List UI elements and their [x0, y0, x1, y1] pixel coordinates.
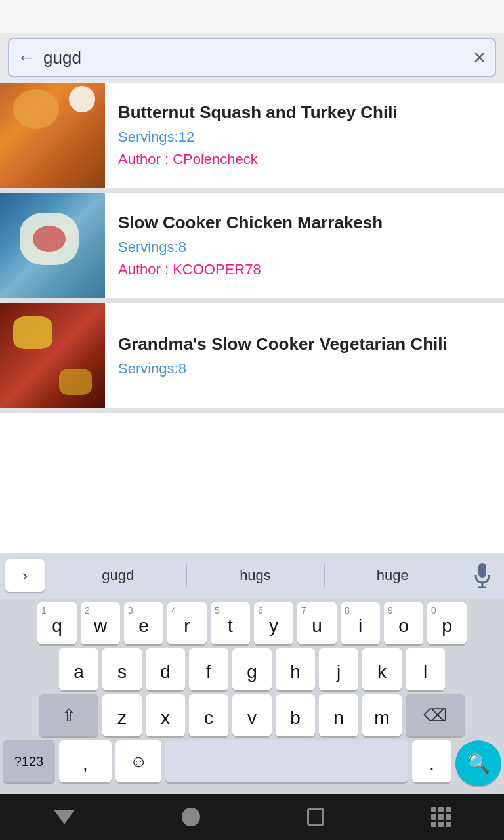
emoji-key[interactable]: ☺	[116, 740, 161, 782]
recipe-info-3: Grandma's Slow Cooker Vegetarian Chili S…	[105, 303, 504, 408]
period-key[interactable]: .	[412, 740, 452, 782]
recipe-servings-3: Servings:8	[118, 360, 491, 377]
recipe-image-2	[0, 193, 105, 298]
navigation-bar	[0, 794, 504, 840]
key-j[interactable]: j	[319, 648, 358, 690]
shift-key[interactable]: ⇧	[39, 694, 98, 736]
key-t[interactable]: 5t	[211, 602, 250, 644]
recipe-image-1	[0, 83, 105, 188]
keyboard-row-2: a s d f g h j k l	[3, 648, 501, 690]
backspace-key[interactable]: ⌫	[406, 694, 465, 736]
autocomplete-expand-button[interactable]: ›	[5, 559, 45, 592]
recent-icon	[307, 808, 324, 826]
recipe-title-1: Butternut Squash and Turkey Chili	[118, 102, 491, 123]
chevron-right-icon: ›	[22, 566, 28, 585]
microphone-button[interactable]	[466, 559, 499, 592]
key-s[interactable]: s	[102, 648, 142, 690]
recipe-author-1: Author : CPolencheck	[118, 151, 491, 168]
search-bar: ← ✕	[8, 38, 496, 77]
backspace-icon: ⌫	[423, 705, 448, 726]
recipe-item[interactable]: Butternut Squash and Turkey Chili Servin…	[0, 83, 504, 193]
recipe-servings-2: Servings:8	[118, 239, 491, 256]
recipe-info-2: Slow Cooker Chicken Marrakesh Servings:8…	[105, 193, 504, 298]
key-w[interactable]: 2w	[81, 602, 120, 644]
key-k[interactable]: k	[362, 648, 402, 690]
key-l[interactable]: l	[406, 648, 445, 690]
key-b[interactable]: b	[276, 694, 315, 736]
key-i[interactable]: 8i	[341, 602, 380, 644]
key-x[interactable]: x	[146, 694, 185, 736]
recipe-image-3	[0, 303, 105, 408]
key-g[interactable]: g	[232, 648, 272, 690]
keyboard-icon	[431, 807, 451, 827]
recipe-title-2: Slow Cooker Chicken Marrakesh	[118, 213, 491, 233]
key-m[interactable]: m	[362, 694, 402, 736]
recipe-title-3: Grandma's Slow Cooker Vegetarian Chili	[118, 334, 491, 354]
autocomplete-bar: › gugd hugs huge	[0, 553, 504, 598]
shift-icon: ⇧	[62, 705, 76, 726]
nav-keyboard-button[interactable]	[431, 807, 451, 827]
home-icon	[182, 808, 200, 826]
status-bar	[0, 0, 504, 33]
key-z[interactable]: z	[102, 694, 142, 736]
search-input[interactable]	[43, 48, 472, 68]
key-d[interactable]: d	[146, 648, 185, 690]
recipe-item[interactable]: Slow Cooker Chicken Marrakesh Servings:8…	[0, 193, 504, 303]
key-a[interactable]: a	[59, 648, 98, 690]
nav-back-button[interactable]	[54, 810, 75, 824]
back-icon	[54, 810, 75, 824]
key-e[interactable]: 3e	[124, 602, 163, 644]
key-p[interactable]: 0p	[427, 602, 467, 644]
autocomplete-words: gugd hugs huge	[50, 562, 461, 589]
key-n[interactable]: n	[319, 694, 358, 736]
keyboard-row-4: ?123 , ☺ . 🔍	[3, 740, 501, 786]
search-icon: 🔍	[467, 753, 490, 774]
key-q[interactable]: 1q	[37, 602, 77, 644]
key-u[interactable]: 7u	[297, 602, 337, 644]
svg-rect-0	[478, 563, 486, 578]
key-h[interactable]: h	[276, 648, 315, 690]
recipe-servings-1: Servings:12	[118, 129, 491, 146]
results-list: Butternut Squash and Turkey Chili Servin…	[0, 83, 504, 553]
autocomplete-word-1[interactable]: gugd	[50, 562, 186, 589]
back-button[interactable]: ←	[17, 47, 35, 68]
key-o[interactable]: 9o	[384, 602, 423, 644]
nav-recent-button[interactable]	[307, 808, 324, 826]
keyboard-row-3: ⇧ z x c v b n m ⌫	[3, 694, 501, 736]
autocomplete-word-3[interactable]: huge	[325, 562, 461, 589]
key-f[interactable]: f	[189, 648, 228, 690]
key-y[interactable]: 6y	[254, 602, 293, 644]
key-c[interactable]: c	[189, 694, 228, 736]
nav-home-button[interactable]	[182, 808, 200, 826]
space-key[interactable]	[165, 740, 408, 782]
microphone-icon	[473, 563, 492, 588]
autocomplete-word-2[interactable]: hugs	[187, 562, 323, 589]
comma-key[interactable]: ,	[59, 740, 112, 782]
keyboard: 1q 2w 3e 4r 5t 6y 7u 8i 9o 0p a s d f g …	[0, 598, 504, 794]
recipe-info-1: Butternut Squash and Turkey Chili Servin…	[105, 83, 504, 188]
recipe-item[interactable]: Grandma's Slow Cooker Vegetarian Chili S…	[0, 303, 504, 413]
search-key[interactable]: 🔍	[455, 740, 501, 786]
keyboard-row-1: 1q 2w 3e 4r 5t 6y 7u 8i 9o 0p	[3, 602, 501, 644]
key-v[interactable]: v	[232, 694, 272, 736]
recipe-author-2: Author : KCOOPER78	[118, 261, 491, 278]
key-r[interactable]: 4r	[167, 602, 207, 644]
clear-button[interactable]: ✕	[472, 48, 487, 68]
numbers-key[interactable]: ?123	[3, 740, 55, 782]
